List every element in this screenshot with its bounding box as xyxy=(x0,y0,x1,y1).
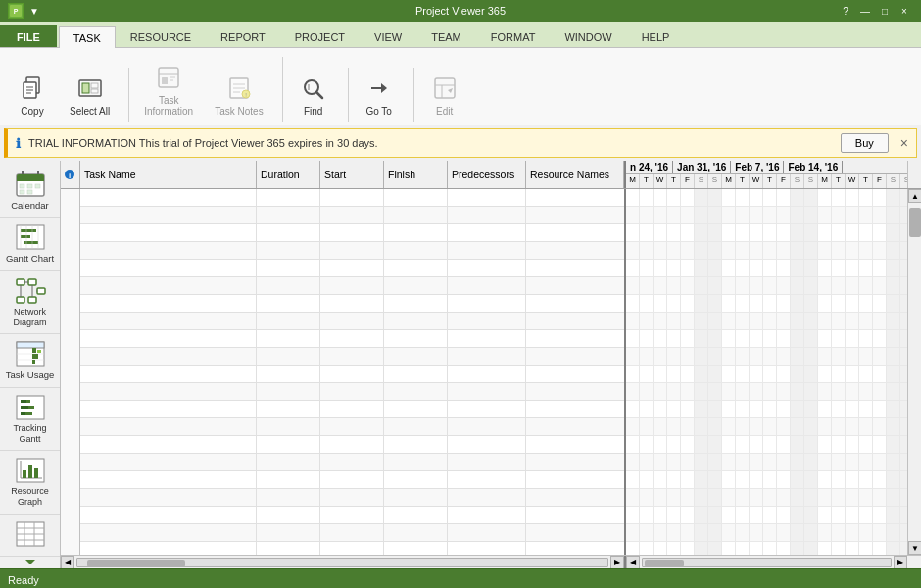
tab-file[interactable]: FILE xyxy=(0,25,57,47)
hscroll-gantt-thumb[interactable] xyxy=(645,560,684,567)
sidebar-item-calendar[interactable]: Calendar xyxy=(0,165,60,218)
hscroll-left-thumb[interactable] xyxy=(87,560,185,567)
task-information-button[interactable]: TaskInformation xyxy=(135,57,202,122)
table-row[interactable] xyxy=(61,242,624,260)
hscroll-gantt-right-button[interactable]: ▶ xyxy=(894,556,907,569)
sidebar-item-task-usage[interactable]: Task Usage xyxy=(0,334,60,387)
cell-resource-names xyxy=(526,454,624,471)
table-row[interactable] xyxy=(61,524,624,542)
table-row[interactable] xyxy=(61,313,624,330)
gantt-cell xyxy=(873,366,887,382)
gantt-cell xyxy=(736,524,750,541)
table-row[interactable] xyxy=(61,207,624,224)
vscroll-down-button[interactable]: ▼ xyxy=(908,541,921,555)
tab-format[interactable]: FORMAT xyxy=(476,25,551,47)
trial-close-button[interactable]: × xyxy=(900,135,908,151)
tab-view[interactable]: VIEW xyxy=(360,25,416,47)
gantt-cell xyxy=(763,295,777,312)
minimize-button[interactable]: — xyxy=(856,4,874,18)
table-row[interactable] xyxy=(61,277,624,295)
day-S: S xyxy=(695,174,708,188)
cell-task-name xyxy=(80,330,257,348)
edit-button[interactable]: Edit xyxy=(420,68,469,122)
gantt-cell xyxy=(667,489,681,506)
hscroll-right-button[interactable]: ▶ xyxy=(610,556,624,569)
table-row[interactable] xyxy=(61,224,624,242)
hscroll-gantt-left-button[interactable]: ◀ xyxy=(626,556,640,569)
table-row[interactable] xyxy=(61,401,624,418)
vscroll-track[interactable] xyxy=(908,203,921,541)
table-row[interactable] xyxy=(61,436,624,454)
go-to-button[interactable]: Go To xyxy=(355,68,404,122)
tab-team[interactable]: TEAM xyxy=(416,25,476,47)
sidebar-item-gantt[interactable]: Gantt Chart xyxy=(0,218,60,270)
gantt-cell xyxy=(791,207,804,223)
gantt-cell xyxy=(832,224,846,241)
table-row[interactable] xyxy=(61,260,624,277)
sidebar-item-tracking[interactable]: TrackingGantt xyxy=(0,388,60,452)
maximize-button[interactable]: □ xyxy=(876,4,894,18)
cell-task-name xyxy=(80,454,257,471)
hscroll-left-button[interactable]: ◀ xyxy=(61,556,74,569)
gantt-cell xyxy=(804,207,818,223)
hscroll-gantt-track[interactable] xyxy=(642,558,892,567)
table-row[interactable] xyxy=(61,471,624,489)
buy-button[interactable]: Buy xyxy=(841,133,889,153)
gantt-cell xyxy=(722,524,736,541)
select-all-button[interactable]: Select All xyxy=(61,68,119,122)
gantt-cell xyxy=(900,542,907,555)
table-row[interactable] xyxy=(61,189,624,207)
table-row[interactable] xyxy=(61,295,624,313)
vscroll-thumb[interactable] xyxy=(909,208,921,237)
table-row[interactable] xyxy=(61,383,624,401)
vertical-scrollbar[interactable]: ▲ ▼ xyxy=(907,189,921,555)
gantt-cell xyxy=(722,507,736,523)
gantt-cell xyxy=(626,489,640,506)
gantt-cell xyxy=(750,242,763,259)
cell-indicator xyxy=(61,507,80,524)
tab-task[interactable]: TASK xyxy=(59,26,116,48)
table-row[interactable] xyxy=(61,330,624,348)
tab-resource[interactable]: RESOURCE xyxy=(116,25,206,47)
help-button[interactable]: ? xyxy=(837,4,854,18)
find-button[interactable]: Find xyxy=(289,68,338,122)
table-row[interactable] xyxy=(61,454,624,471)
gantt-cell xyxy=(722,224,736,241)
copy-button[interactable]: Copy xyxy=(8,68,57,122)
table-row[interactable] xyxy=(61,489,624,507)
sidebar-item-network[interactable]: NetworkDiagram xyxy=(0,271,60,335)
cell-duration xyxy=(257,489,320,507)
table-row[interactable] xyxy=(61,366,624,383)
cell-predecessors xyxy=(448,436,526,454)
close-button[interactable]: × xyxy=(896,4,913,18)
gantt-cell xyxy=(777,524,791,541)
svg-rect-13 xyxy=(162,77,168,84)
tab-window[interactable]: WINDOW xyxy=(550,25,626,47)
sidebar-scroll-down[interactable] xyxy=(0,557,60,568)
gantt-row xyxy=(626,295,907,313)
gantt-cell xyxy=(708,507,722,523)
table-row[interactable] xyxy=(61,542,624,555)
tab-help[interactable]: HELP xyxy=(627,25,685,47)
cell-predecessors xyxy=(448,224,526,242)
gantt-cell xyxy=(654,436,667,453)
gantt-cell xyxy=(859,471,873,488)
table-row[interactable] xyxy=(61,418,624,436)
vscroll-up-button[interactable]: ▲ xyxy=(908,189,921,203)
table-row[interactable] xyxy=(61,348,624,366)
cell-finish xyxy=(384,277,448,295)
hscroll-left-track[interactable] xyxy=(76,558,608,567)
task-notes-button[interactable]: ! Task Notes xyxy=(206,68,271,122)
sidebar-item-resource-graph[interactable]: ResourceGraph xyxy=(0,451,60,514)
gantt-cell xyxy=(804,295,818,312)
gantt-cell xyxy=(859,524,873,541)
tab-project[interactable]: PROJECT xyxy=(280,25,360,47)
cell-start xyxy=(320,313,384,330)
svg-rect-37 xyxy=(27,184,32,188)
tab-report[interactable]: REPORT xyxy=(206,25,280,47)
table-row[interactable] xyxy=(61,507,624,524)
sidebar-item-resource-sheet[interactable] xyxy=(0,514,60,557)
gantt-cell xyxy=(626,224,640,241)
svg-rect-27 xyxy=(435,78,455,98)
gantt-cell xyxy=(818,348,832,365)
